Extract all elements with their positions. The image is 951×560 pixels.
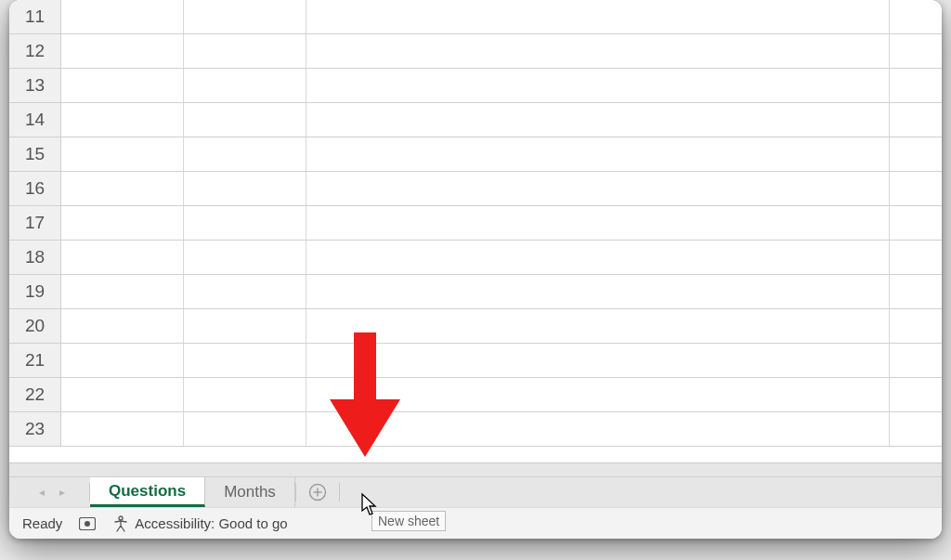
cell[interactable] (61, 172, 184, 205)
divider (339, 483, 340, 501)
cell[interactable] (306, 412, 890, 446)
accessibility-status[interactable]: Accessibility: Good to go (112, 515, 287, 532)
row-header[interactable]: 16 (9, 172, 61, 205)
cell[interactable] (306, 275, 890, 308)
grid-row[interactable]: 20 (9, 309, 942, 344)
row-header[interactable]: 20 (9, 309, 61, 343)
cell[interactable] (61, 309, 184, 343)
cell[interactable] (890, 309, 942, 343)
sheet-nav: ◂ ▸ (9, 477, 89, 507)
grid-row[interactable]: 11 (9, 0, 942, 34)
svg-point-5 (119, 516, 123, 520)
cell[interactable] (184, 241, 306, 274)
row-header[interactable]: 21 (9, 344, 61, 377)
cell[interactable] (184, 378, 306, 411)
row-header[interactable]: 13 (9, 69, 61, 102)
cell[interactable] (306, 103, 890, 137)
cell[interactable] (890, 206, 942, 240)
cell[interactable] (61, 378, 184, 411)
row-header[interactable]: 11 (9, 0, 61, 33)
sheet-tabs-bar: ◂ ▸ Questions Months (9, 476, 942, 507)
cell[interactable] (61, 412, 184, 446)
cell[interactable] (61, 275, 184, 308)
grid-row[interactable]: 16 (9, 172, 942, 206)
cell[interactable] (61, 69, 184, 102)
cell[interactable] (890, 378, 942, 411)
cell[interactable] (306, 34, 890, 68)
cell[interactable] (306, 309, 890, 343)
cell[interactable] (184, 344, 306, 377)
accessibility-text: Accessibility: Good to go (135, 515, 287, 531)
cell[interactable] (184, 275, 306, 308)
grid-row[interactable]: 12 (9, 34, 942, 69)
cell[interactable] (890, 172, 942, 205)
cell[interactable] (890, 0, 942, 33)
grid-row[interactable]: 18 (9, 241, 942, 275)
cell[interactable] (306, 206, 890, 240)
cell[interactable] (184, 34, 306, 68)
cell[interactable] (890, 69, 942, 102)
cell[interactable] (306, 137, 890, 171)
row-header[interactable]: 18 (9, 241, 61, 274)
new-sheet-tooltip: New sheet (371, 511, 446, 531)
cell[interactable] (306, 69, 890, 102)
row-header[interactable]: 14 (9, 103, 61, 137)
cell[interactable] (890, 103, 942, 137)
grid-row[interactable]: 21 (9, 344, 942, 378)
grid-row[interactable]: 23 (9, 412, 942, 447)
status-ready: Ready (22, 515, 62, 531)
plus-circle-icon (308, 483, 327, 501)
accessibility-icon (112, 515, 129, 532)
cell[interactable] (61, 34, 184, 68)
row-header[interactable]: 12 (9, 34, 61, 68)
new-sheet-button[interactable] (296, 477, 339, 507)
grid-row[interactable]: 15 (9, 137, 942, 172)
row-header[interactable]: 15 (9, 137, 61, 171)
grid-row[interactable]: 17 (9, 206, 942, 241)
cell[interactable] (890, 275, 942, 308)
next-sheet-button[interactable]: ▸ (56, 486, 69, 499)
cell[interactable] (61, 103, 184, 137)
cell[interactable] (890, 412, 942, 446)
cell[interactable] (890, 241, 942, 274)
cell[interactable] (306, 0, 890, 33)
horizontal-scrollbar-track[interactable] (9, 462, 942, 477)
cell[interactable] (890, 344, 942, 377)
cell[interactable] (61, 0, 184, 33)
cell[interactable] (61, 137, 184, 171)
cell[interactable] (61, 241, 184, 274)
svg-point-4 (85, 521, 90, 527)
cell[interactable] (184, 206, 306, 240)
row-header[interactable]: 22 (9, 378, 61, 411)
cell[interactable] (306, 241, 890, 274)
cell[interactable] (306, 172, 890, 205)
macro-record-icon[interactable] (79, 517, 96, 530)
row-header[interactable]: 23 (9, 412, 61, 446)
cell[interactable] (61, 206, 184, 240)
spreadsheet-grid[interactable]: 11 12 13 14 15 (9, 0, 942, 466)
cell[interactable] (306, 344, 890, 377)
prev-sheet-button[interactable]: ◂ (35, 486, 48, 499)
cell[interactable] (184, 103, 306, 137)
grid-row[interactable]: 19 (9, 275, 942, 309)
row-header[interactable]: 17 (9, 206, 61, 240)
sheet-tab-questions[interactable]: Questions (90, 477, 205, 507)
status-bar: Ready Accessibility: Good to go (9, 507, 942, 539)
cell[interactable] (890, 34, 942, 68)
cell[interactable] (890, 137, 942, 171)
excel-window: 11 12 13 14 15 (9, 0, 942, 539)
cell[interactable] (61, 344, 184, 377)
cell[interactable] (184, 137, 306, 171)
grid-row[interactable]: 14 (9, 103, 942, 137)
cell[interactable] (184, 412, 306, 446)
cell[interactable] (306, 378, 890, 411)
cell[interactable] (184, 69, 306, 102)
grid-row[interactable]: 22 (9, 378, 942, 412)
sheet-tab-label: Questions (109, 482, 186, 501)
cell[interactable] (184, 309, 306, 343)
sheet-tab-months[interactable]: Months (205, 477, 295, 507)
cell[interactable] (184, 172, 306, 205)
row-header[interactable]: 19 (9, 275, 61, 308)
grid-row[interactable]: 13 (9, 69, 942, 103)
cell[interactable] (184, 0, 306, 33)
